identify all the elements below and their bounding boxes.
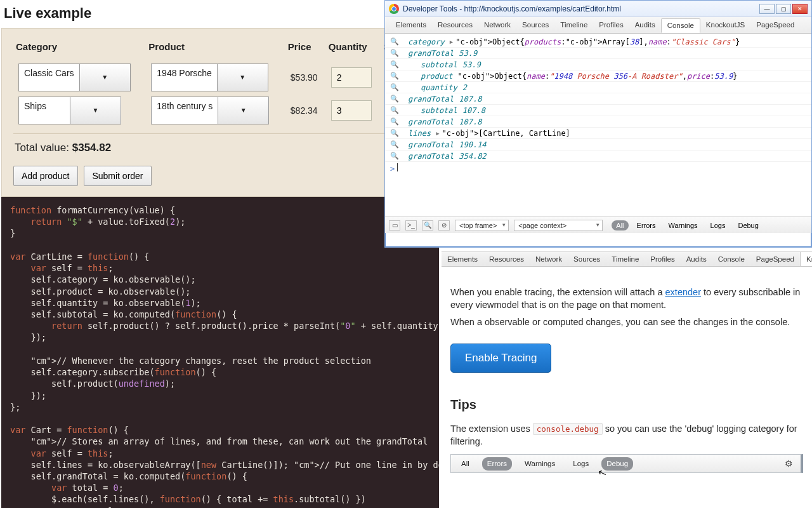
devtools-tab-audits[interactable]: Audits: [629, 17, 661, 33]
console-output[interactable]: 🔍category▶"c-obj">Object {products: "c-o…: [385, 34, 811, 217]
frame-select[interactable]: <top frame>: [455, 220, 509, 231]
example-page: Live example Category Product Price Quan…: [1, 0, 439, 508]
console-row[interactable]: 🔍product"c-obj">Object {name: "1948 Pors…: [385, 70, 811, 82]
product-value: 18th century s: [152, 97, 218, 124]
extender-link[interactable]: extender: [665, 287, 701, 297]
category-value: Classic Cars: [19, 64, 79, 91]
filter-warnings[interactable]: Warnings: [664, 220, 702, 231]
devtools-tab-network[interactable]: Network: [478, 17, 516, 33]
chrome-icon: [389, 4, 399, 14]
devtools-tab-pagespeed[interactable]: PageSpeed: [750, 17, 800, 33]
console-row[interactable]: 🔍quantity2: [385, 82, 811, 93]
panel-tab-elements[interactable]: Elements: [442, 252, 483, 266]
panel-tab-knockoutjs[interactable]: KnockoutJS: [800, 252, 812, 266]
panel-tab-profiles[interactable]: Profiles: [645, 252, 680, 266]
context-select[interactable]: <page context>: [514, 220, 603, 231]
magnifier-icon[interactable]: 🔍: [390, 129, 399, 137]
devtools-tab-console[interactable]: Console: [661, 18, 700, 33]
submit-order-button[interactable]: Submit order: [84, 166, 151, 186]
minimize-button[interactable]: —: [759, 4, 775, 14]
quantity-input[interactable]: [331, 100, 372, 121]
console-toolbar: ▭ >_ 🔍 ⊘ <top frame> <page context> AllE…: [385, 217, 811, 233]
table-row: Classic Cars▼1948 Porsche▼$53.90$107.80: [13, 61, 431, 94]
panel-tab-timeline[interactable]: Timeline: [606, 252, 645, 266]
filter-debug[interactable]: Debug: [733, 220, 763, 231]
search-icon[interactable]: 🔍: [422, 220, 433, 231]
price-cell: $82.34: [285, 94, 326, 127]
devtools-title: Developer Tools - http://knockoutjs.com/…: [403, 4, 621, 13]
console-row[interactable]: 🔍lines▶"c-obj">[CartLine, CartLine]: [385, 128, 811, 139]
enable-tracing-button[interactable]: Enable Tracing: [450, 344, 551, 373]
devtools-tab-knockoutjs[interactable]: KnockoutJS: [700, 17, 750, 33]
close-button[interactable]: ✕: [792, 4, 808, 14]
cart-table: Category Product Price Quantity Subtotal…: [13, 39, 431, 127]
console-row[interactable]: 🔍grandTotal107.8: [385, 93, 811, 105]
cart-editor: Category Product Price Quantity Subtotal…: [1, 28, 439, 197]
minibar-errors[interactable]: Errors: [482, 457, 512, 470]
chevron-down-icon[interactable]: ▼: [217, 64, 268, 91]
devtools-tab-elements[interactable]: Elements: [390, 17, 432, 33]
table-row: Ships▼18th century s▼$82.34$247.02: [13, 94, 431, 127]
total-line: Total value: $354.82: [15, 142, 431, 154]
category-select[interactable]: Ships▼: [18, 97, 121, 124]
console-toggle-icon[interactable]: >_: [405, 220, 417, 231]
page-title: Live example: [1, 0, 439, 28]
devtools-tab-sources[interactable]: Sources: [516, 17, 554, 33]
magnifier-icon[interactable]: 🔍: [390, 152, 399, 160]
magnifier-icon[interactable]: 🔍: [390, 106, 399, 114]
product-value: 1948 Porsche: [152, 64, 216, 91]
tracing-desc-1: When you enable tracing, the extension w…: [450, 286, 803, 312]
maximize-button[interactable]: ▢: [776, 4, 791, 14]
magnifier-icon[interactable]: 🔍: [390, 72, 399, 80]
magnifier-icon[interactable]: 🔍: [390, 140, 399, 149]
product-select[interactable]: 1948 Porsche▼: [151, 64, 268, 91]
dock-icon[interactable]: ▭: [389, 220, 400, 231]
product-select[interactable]: 18th century s▼: [151, 97, 269, 124]
filter-logs[interactable]: Logs: [706, 220, 730, 231]
add-product-button[interactable]: Add product: [13, 166, 78, 186]
minibar-logs[interactable]: Logs: [568, 457, 594, 470]
devtools-window: Developer Tools - http://knockoutjs.com/…: [384, 0, 812, 248]
category-select[interactable]: Classic Cars▼: [18, 64, 131, 91]
chevron-down-icon[interactable]: ▼: [70, 97, 121, 124]
magnifier-icon[interactable]: 🔍: [390, 95, 399, 103]
console-row[interactable]: 🔍subtotal107.8: [385, 105, 811, 116]
clear-icon[interactable]: ⊘: [438, 220, 450, 231]
devtools-tab-resources[interactable]: Resources: [432, 17, 478, 33]
console-row[interactable]: 🔍grandTotal190.14: [385, 139, 811, 150]
magnifier-icon[interactable]: 🔍: [390, 83, 399, 91]
panel-tab-pagespeed[interactable]: PageSpeed: [750, 252, 800, 266]
console-prompt[interactable]: >: [385, 162, 811, 175]
magnifier-icon[interactable]: 🔍: [390, 117, 399, 126]
gear-icon[interactable]: ⚙: [785, 458, 793, 471]
panel-tab-resources[interactable]: Resources: [483, 252, 530, 266]
panel-tab-console[interactable]: Console: [712, 252, 750, 266]
chevron-down-icon[interactable]: ▼: [79, 64, 130, 91]
minibar-all[interactable]: All: [456, 457, 475, 470]
devtools-titlebar[interactable]: Developer Tools - http://knockoutjs.com/…: [385, 1, 811, 17]
magnifier-icon[interactable]: 🔍: [390, 37, 399, 46]
filter-errors[interactable]: Errors: [632, 220, 660, 231]
category-value: Ships: [19, 97, 70, 124]
console-row[interactable]: 🔍grandTotal354.82: [385, 150, 811, 162]
quantity-input[interactable]: [331, 67, 372, 88]
panel-tab-audits[interactable]: Audits: [681, 252, 712, 266]
code-chip: console.debug: [533, 423, 603, 435]
filter-all[interactable]: All: [612, 220, 628, 231]
console-row[interactable]: 🔍category▶"c-obj">Object {products: "c-o…: [385, 36, 811, 48]
console-row[interactable]: 🔍grandTotal53.9: [385, 48, 811, 59]
minibar-warnings[interactable]: Warnings: [520, 457, 560, 470]
console-row[interactable]: 🔍grandTotal107.8: [385, 116, 811, 128]
devtools-tab-profiles[interactable]: Profiles: [593, 17, 629, 33]
tips-text: The extension uses console.debug so you …: [450, 422, 803, 448]
magnifier-icon[interactable]: 🔍: [390, 49, 399, 57]
panel-tab-network[interactable]: Network: [530, 252, 568, 266]
magnifier-icon[interactable]: 🔍: [390, 60, 399, 69]
chevron-down-icon[interactable]: ▼: [218, 97, 268, 124]
panel-tab-sources[interactable]: Sources: [568, 252, 606, 266]
console-row[interactable]: 🔍subtotal53.9: [385, 59, 811, 70]
extension-body: When you enable tracing, the extension w…: [442, 267, 812, 479]
divider: [13, 133, 431, 134]
devtools-tab-timeline[interactable]: Timeline: [554, 17, 593, 33]
minibar-debug[interactable]: Debug: [601, 457, 633, 470]
